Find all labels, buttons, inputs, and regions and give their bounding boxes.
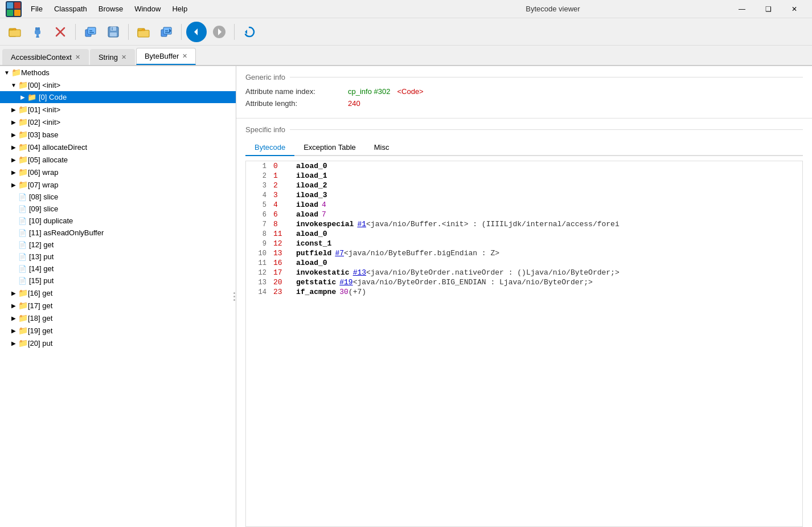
open-folder-button[interactable] (133, 22, 154, 42)
tree-methods-root[interactable]: ▼ 📁 Methods (0, 66, 236, 79)
menu-browse[interactable]: Browse (93, 2, 129, 15)
tree-expand-icon: ▶ (18, 94, 27, 100)
line-number: 8 (251, 230, 266, 238)
tree-item-19get[interactable]: ▶ 📁 [19] get (0, 324, 236, 337)
tree-item-18get[interactable]: ▶ 📁 [18] get (0, 312, 236, 324)
right-panel: Generic info Attribute name index: cp_in… (236, 66, 812, 527)
left-panel[interactable]: ▼ 📁 Methods ▼ 📁 [00] <init> ▶ 📁 [0] Code… (0, 66, 236, 527)
opcode-ref[interactable]: #7 (335, 249, 344, 258)
tree-item-label: [15] put (29, 276, 54, 285)
restore-button[interactable]: ❑ (755, 0, 781, 18)
svg-rect-24 (138, 30, 149, 37)
reload-button[interactable] (239, 22, 260, 42)
opcode-ref[interactable]: #19 (339, 278, 352, 287)
opcode-ref[interactable]: #1 (357, 220, 366, 228)
menu-classpath[interactable]: Classpath (48, 2, 93, 15)
menu-window[interactable]: Window (129, 2, 166, 15)
tree-item-04allocatedirect[interactable]: ▶ 📁 [04] allocateDirect (0, 141, 236, 153)
forward-button[interactable] (209, 22, 229, 42)
svg-rect-6 (9, 30, 20, 36)
tab-exception-table[interactable]: Exception Table (294, 140, 365, 156)
tree-expand-icon: ▶ (9, 119, 18, 125)
tab-close-string[interactable]: ✕ (121, 54, 126, 61)
svg-rect-3 (7, 10, 13, 16)
svg-rect-20 (110, 27, 116, 31)
folder-icon: 📁 (18, 117, 28, 126)
tree-item-01init[interactable]: ▶ 📁 [01] <init> (0, 103, 236, 116)
tree-item-00init[interactable]: ▼ 📁 [00] <init> (0, 79, 236, 91)
tree-item-09slice[interactable]: ▶ 📄 [09] slice (0, 203, 236, 215)
file-icon: 📄 (18, 217, 27, 225)
specific-info-section: Specific info Bytecode Exception Table M… (236, 119, 812, 527)
tree-item-12get[interactable]: ▶ 📄 [12] get (0, 239, 236, 251)
drag-dots (233, 292, 235, 301)
tree-item-03base[interactable]: ▶ 📁 [03] base (0, 128, 236, 141)
tree-item-16get[interactable]: ▶ 📁 [16] get (0, 287, 236, 299)
tree-item-14get[interactable]: ▶ 📄 [14] get (0, 263, 236, 275)
tab-bytebuffer[interactable]: ByteBuffer ✕ (136, 48, 196, 65)
byte-offset: 20 (273, 278, 289, 287)
opcode: aload (296, 210, 318, 219)
close-tab-button[interactable] (50, 22, 71, 42)
tab-misc[interactable]: Misc (365, 140, 399, 156)
tree-expand-icon: ▶ (9, 328, 18, 334)
tree-item-17get[interactable]: ▶ 📁 [17] get (0, 299, 236, 312)
tree-item-15put[interactable]: ▶ 📄 [15] put (0, 275, 236, 287)
opcode-comment: <java/nio/ByteBuffer.bigEndian : Z> (344, 249, 499, 258)
folder-icon: 📁 (18, 80, 28, 89)
attribute-length-label: Attribute length: (245, 99, 348, 108)
opcode-ref[interactable]: #13 (353, 268, 366, 277)
code-line: 8 11 aload_0 (246, 229, 802, 239)
tab-close-accessiblecontext[interactable]: ✕ (75, 54, 80, 61)
opcode-comment: <java/nio/Buffer.<init> : (IIIILjdk/inte… (366, 220, 620, 228)
import-button[interactable] (80, 22, 101, 42)
open-file-button[interactable] (5, 22, 25, 42)
attribute-name-label: Attribute name index: (245, 87, 348, 96)
bytecode-content[interactable]: 1 0 aload_0 2 1 iload_1 3 2 iload_2 (245, 161, 803, 527)
tree-item-02init[interactable]: ▶ 📁 [02] <init> (0, 116, 236, 128)
svg-rect-21 (110, 32, 117, 36)
tree-item-10duplicate[interactable]: ▶ 📄 [10] duplicate (0, 215, 236, 227)
line-number: 12 (251, 269, 266, 277)
toolbar-separator-2 (128, 24, 129, 40)
tree-expand-icon: ▶ (9, 157, 18, 163)
attribute-name-value-green[interactable]: cp_info #302 (348, 87, 390, 96)
tree-item-08slice[interactable]: ▶ 📄 [08] slice (0, 191, 236, 203)
tree-item-13put[interactable]: ▶ 📄 [13] put (0, 251, 236, 263)
opcode: invokespecial (296, 220, 354, 228)
opcode: putfield (296, 249, 331, 258)
opcode: aload_0 (296, 230, 327, 238)
tab-close-bytebuffer[interactable]: ✕ (182, 52, 187, 60)
tab-bytecode[interactable]: Bytecode (245, 140, 294, 156)
line-number: 11 (251, 259, 266, 267)
tree-expand-icon: ▶ (9, 144, 18, 150)
tab-string[interactable]: String ✕ (90, 49, 135, 65)
line-number: 3 (251, 182, 266, 190)
save-button[interactable] (103, 22, 124, 42)
tree-item-05allocate[interactable]: ▶ 📁 [05] allocate (0, 153, 236, 166)
byte-offset: 8 (273, 220, 289, 228)
menu-file[interactable]: File (25, 2, 48, 15)
svg-rect-1 (7, 2, 13, 9)
folder-icon: 📁 (18, 105, 28, 114)
close-button[interactable]: ✕ (781, 0, 807, 18)
tree-expand-icon: ▶ (9, 107, 18, 113)
tree-item-11asreadonlybuffer[interactable]: ▶ 📄 [11] asReadOnlyBuffer (0, 227, 236, 239)
byte-offset: 16 (273, 259, 289, 267)
tree-item-06wrap[interactable]: ▶ 📁 [06] wrap (0, 166, 236, 178)
tree-item-label: [03] base (28, 130, 59, 139)
tab-accessiblecontext[interactable]: AccessibleContext ✕ (2, 49, 89, 65)
file-icon: 📄 (18, 253, 27, 261)
folder-icon: 📁 (18, 288, 28, 297)
attribute-length-value: 240 (348, 99, 360, 108)
minimize-button[interactable]: — (729, 0, 755, 18)
panel-resize-handle[interactable] (232, 66, 236, 527)
menu-help[interactable]: Help (166, 2, 193, 15)
tree-item-07wrap[interactable]: ▶ 📁 [07] wrap (0, 178, 236, 191)
window-controls: — ❑ ✕ (729, 0, 807, 18)
plug-button[interactable] (27, 22, 48, 42)
export-button[interactable] (156, 22, 177, 42)
tree-item-0code[interactable]: ▶ 📁 [0] Code (0, 91, 236, 103)
tree-item-20put[interactable]: ▶ 📁 [20] put (0, 337, 236, 349)
back-button[interactable] (186, 22, 207, 42)
